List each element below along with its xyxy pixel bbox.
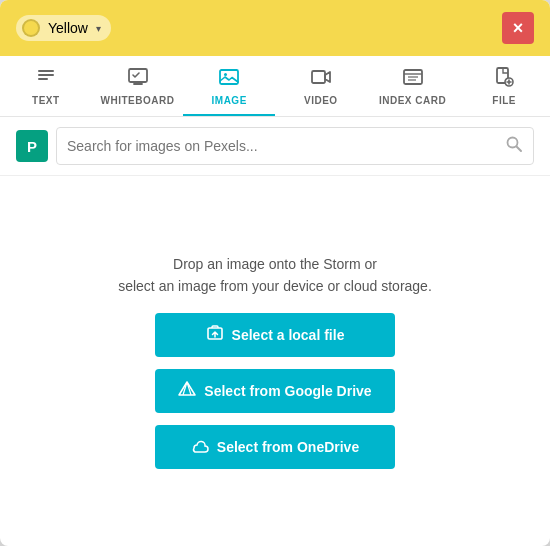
tab-file[interactable]: FILE: [458, 56, 550, 116]
select-onedrive-label: Select from OneDrive: [217, 439, 359, 455]
tab-text[interactable]: TEXT: [0, 56, 92, 116]
tab-image[interactable]: IMAGE: [183, 56, 275, 116]
drop-text: Drop an image onto the Storm or select a…: [118, 253, 432, 298]
drop-text-line2: select an image from your device or clou…: [118, 278, 432, 294]
tab-video[interactable]: VIDEO: [275, 56, 367, 116]
tab-bar: TEXT WHITEBOARD IMAGE VIDEO INDEX CARD: [0, 56, 550, 117]
tab-whiteboard[interactable]: WHITEBOARD: [92, 56, 184, 116]
search-input-wrap: [56, 127, 534, 165]
whiteboard-icon: [127, 66, 149, 91]
onedrive-icon: [191, 436, 209, 458]
tab-image-label: IMAGE: [212, 95, 247, 106]
index-card-icon: [402, 66, 424, 91]
chevron-down-icon: ▾: [96, 23, 101, 34]
drop-text-line1: Drop an image onto the Storm or: [173, 256, 377, 272]
cloud-buttons-group: Select a local file Select from Google D…: [155, 313, 395, 469]
color-label: Yellow: [48, 20, 88, 36]
search-icon: [505, 135, 523, 157]
color-selector-button[interactable]: Yellow ▾: [16, 15, 111, 41]
gdrive-icon: [178, 380, 196, 402]
select-onedrive-button[interactable]: Select from OneDrive: [155, 425, 395, 469]
search-bar: P: [0, 117, 550, 176]
svg-rect-4: [220, 70, 238, 84]
color-dot: [22, 19, 40, 37]
close-icon: ×: [513, 19, 524, 37]
svg-point-5: [224, 73, 227, 76]
svg-rect-3: [129, 69, 147, 82]
close-button[interactable]: ×: [502, 12, 534, 44]
pexels-logo: P: [16, 130, 48, 162]
text-icon: [35, 66, 57, 91]
tab-file-label: FILE: [492, 95, 516, 106]
svg-line-16: [517, 147, 522, 152]
tab-text-label: TEXT: [32, 95, 60, 106]
svg-rect-0: [38, 70, 54, 72]
svg-rect-2: [38, 78, 48, 80]
file-icon: [493, 66, 515, 91]
tab-index-card[interactable]: INDEX CARD: [367, 56, 459, 116]
tab-whiteboard-label: WHITEBOARD: [101, 95, 175, 106]
svg-rect-1: [38, 74, 54, 76]
tab-index-card-label: INDEX CARD: [379, 95, 446, 106]
select-local-file-label: Select a local file: [232, 327, 345, 343]
select-local-file-button[interactable]: Select a local file: [155, 313, 395, 357]
content-area: Drop an image onto the Storm or select a…: [0, 176, 550, 546]
image-icon: [218, 66, 240, 91]
select-gdrive-button[interactable]: Select from Google Drive: [155, 369, 395, 413]
video-icon: [310, 66, 332, 91]
modal-header: Yellow ▾ ×: [0, 0, 550, 56]
modal-container: Yellow ▾ × TEXT WHITEBOARD IMAGE: [0, 0, 550, 546]
select-gdrive-label: Select from Google Drive: [204, 383, 371, 399]
local-file-icon: [206, 324, 224, 346]
tab-video-label: VIDEO: [304, 95, 338, 106]
svg-rect-6: [312, 71, 325, 83]
search-input[interactable]: [67, 138, 505, 154]
